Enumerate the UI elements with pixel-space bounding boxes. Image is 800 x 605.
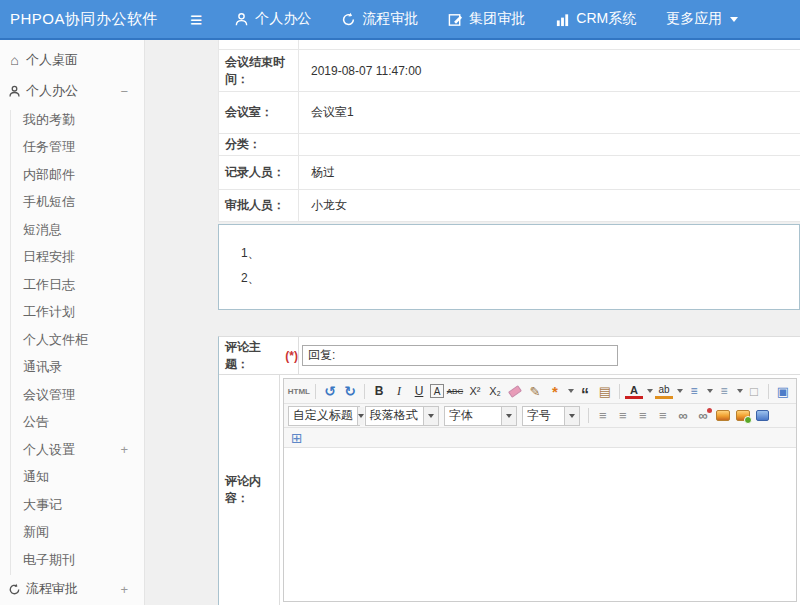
blockquote-icon[interactable]: “ [576,381,594,401]
highlight-icon[interactable]: ab [655,384,673,399]
editor-content-area[interactable] [284,448,796,601]
dropdown-caret-icon[interactable] [707,389,713,393]
comment-subject-row: 评论主题： (*) [219,337,800,375]
collapse-icon[interactable]: − [120,84,128,99]
sidebar-item-work-log[interactable]: 工作日志 [0,271,144,299]
subscript-icon[interactable]: X₂ [486,381,504,401]
sidebar-item-label: 个人办公 [26,82,78,100]
editor-toolbar-row3: ⊞ [284,428,796,448]
sidebar-item-label: 任务管理 [23,138,75,156]
table-row: 会议室： 会议室1 [219,92,800,134]
sidebar-item-personal-file-cabinet[interactable]: 个人文件柜 [0,326,144,354]
sidebar-item-task-management[interactable]: 任务管理 [0,134,144,162]
dropdown-caret-icon[interactable] [647,389,653,393]
toolbar-separator [588,408,589,423]
sidebar-item-memorabilia[interactable]: 大事记 [0,491,144,519]
font-size-dropdown[interactable]: 字号 [522,406,580,426]
bold-icon[interactable]: B [370,381,388,401]
insert-media-icon[interactable] [754,406,772,426]
font-color-icon[interactable]: A [625,384,643,399]
superscript-icon[interactable]: X² [466,381,484,401]
insert-image-icon[interactable] [714,406,732,426]
top-header: PHPOA协同办公软件 ≡ 个人办公 流程审批 集团审批 [0,0,800,40]
hamburger-menu-icon[interactable]: ≡ [190,9,202,30]
toolbar-separator [315,384,316,399]
nav-workflow-approval[interactable]: 流程审批 [341,10,418,28]
table-row: 分类： [219,134,800,156]
dropdown-caret-icon[interactable] [677,389,683,393]
field-label: 记录人员： [219,156,299,189]
ordered-list-icon[interactable]: ≡ [685,381,703,401]
comment-content-row: 评论内容： HTML ↺ ↻ B I U A ABC [219,375,800,605]
field-value: 会议室1 [299,92,800,133]
table-row: 审批人员： 小龙女 [219,190,800,222]
field-label: 分类： [219,134,299,155]
sidebar-item-label: 个人文件柜 [23,331,88,349]
magic-wand-icon[interactable]: * [546,381,564,401]
preview-monitor-icon[interactable]: ▣ [774,381,792,401]
expand-icon[interactable]: + [120,582,128,597]
italic-icon[interactable]: I [390,381,408,401]
field-label: 会议结束时间： [219,50,299,91]
field-value: 杨过 [299,156,800,189]
sidebar-item-meeting-management[interactable]: 会议管理 [0,381,144,409]
undo-icon[interactable]: ↺ [321,381,339,401]
custom-title-dropdown[interactable]: 自定义标题 [288,406,360,426]
sidebar-item-personal-settings[interactable]: 个人设置+ [0,436,144,464]
sidebar-item-mobile-sms[interactable]: 手机短信 [0,189,144,217]
sidebar-item-label: 内部邮件 [23,166,75,184]
align-center-icon[interactable]: ≡ [614,406,632,426]
sidebar-item-notification[interactable]: 通知 [0,464,144,492]
paragraph-format-dropdown[interactable]: 段落格式 [365,406,439,426]
sidebar-item-label: 通讯录 [23,358,62,376]
sidebar-item-work-plan[interactable]: 工作计划 [0,299,144,327]
nav-crm-system[interactable]: CRM系统 [555,10,636,28]
sidebar-item-desktop[interactable]: ⌂ 个人桌面 [0,44,144,76]
insert-link-icon[interactable]: ∞ [674,406,692,426]
new-page-icon[interactable]: □ [745,381,763,401]
nav-more-apps[interactable]: 更多应用 [666,10,738,28]
sidebar-item-contacts[interactable]: 通讯录 [0,354,144,382]
sidebar-item-announcement[interactable]: 公告 [0,409,144,437]
sidebar-item-workflow-approval[interactable]: 流程审批 + [0,574,144,605]
nav-personal-office[interactable]: 个人办公 [234,10,311,28]
align-justify-icon[interactable]: ≡ [654,406,672,426]
dropdown-caret-icon[interactable] [568,389,574,393]
sidebar-item-label: 个人设置 [23,441,75,459]
remove-link-icon[interactable]: ∞ [694,406,712,426]
strikethrough-icon[interactable]: ABC [446,381,464,401]
font-box-icon[interactable]: A [430,384,444,398]
sidebar-item-schedule[interactable]: 日程安排 [0,244,144,272]
format-brush-icon[interactable]: ✎ [526,381,544,401]
insert-table-icon[interactable]: ⊞ [288,428,306,448]
dropdown-caret-icon[interactable] [737,389,743,393]
field-label: 会议室： [219,92,299,133]
minutes-line: 1、 [241,241,799,266]
sidebar-item-label: 个人桌面 [26,51,78,69]
sidebar-item-news[interactable]: 新闻 [0,519,144,547]
align-right-icon[interactable]: ≡ [634,406,652,426]
top-nav: 个人办公 流程审批 集团审批 CRM系统 更多应用 [234,10,738,28]
sidebar-item-my-attendance[interactable]: 我的考勤 [0,106,144,134]
insert-date-icon[interactable]: ▤ [596,381,614,401]
redo-icon[interactable]: ↻ [341,381,359,401]
align-left-icon[interactable]: ≡ [594,406,612,426]
sidebar-item-internal-mail[interactable]: 内部邮件 [0,161,144,189]
unordered-list-icon[interactable]: ≡ [715,381,733,401]
html-source-icon[interactable]: HTML [288,381,310,401]
sidebar-item-label: 我的考勤 [23,111,75,129]
sidebar-item-short-message[interactable]: 短消息 [0,216,144,244]
underline-icon[interactable]: U [410,381,428,401]
nav-label: 集团审批 [469,10,525,28]
expand-icon[interactable]: + [120,442,128,457]
font-family-dropdown[interactable]: 字体 [444,406,517,426]
sidebar-item-e-journal[interactable]: 电子期刊 [0,546,144,574]
sidebar-item-personal-office[interactable]: 个人办公 − [0,76,144,106]
person-icon [234,12,249,27]
field-label: 审批人员： [219,190,299,221]
nav-group-approval[interactable]: 集团审批 [448,10,525,28]
field-value: 小龙女 [299,190,800,221]
eraser-icon[interactable] [506,381,524,401]
comment-subject-input[interactable] [302,345,618,366]
upload-image-icon[interactable] [734,406,752,426]
